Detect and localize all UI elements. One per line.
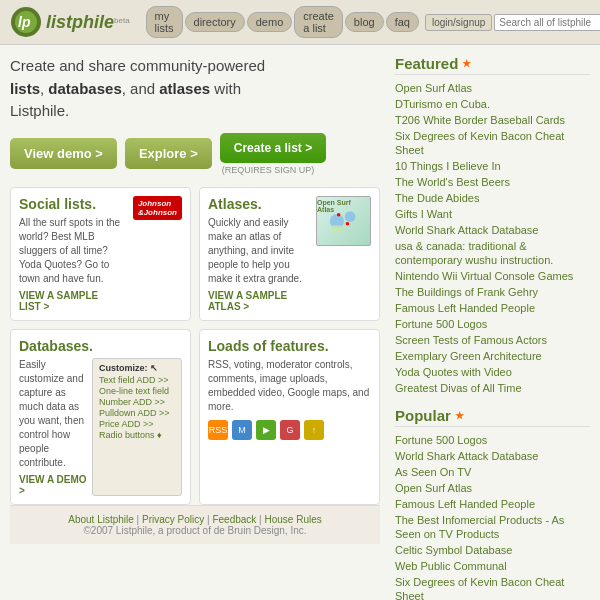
popular-item-1: Fortune 500 Logos bbox=[395, 433, 590, 447]
cta-buttons: View demo > Explore > Create a list > (R… bbox=[10, 133, 380, 175]
featured-item-1: Open Surf Atlas bbox=[395, 81, 590, 95]
loads-desc: RSS, voting, moderator controls, comment… bbox=[208, 358, 371, 414]
nav-create-list[interactable]: create a list bbox=[294, 6, 343, 38]
hero-tagline: Create and share community-powered lists… bbox=[10, 55, 380, 123]
featured-item-4: Six Degrees of Kevin Bacon Cheat Sheet bbox=[395, 129, 590, 157]
requires-signup-label: (REQUIRES SIGN UP) bbox=[222, 165, 315, 175]
db-inner: Easily customize and capture as much dat… bbox=[19, 358, 182, 496]
featured-item-6: The World's Best Beers bbox=[395, 175, 590, 189]
customize-item-1: Text field ADD >> bbox=[99, 375, 175, 385]
popular-item-2: World Shark Attack Database bbox=[395, 449, 590, 463]
social-desc: All the surf spots in the world? Best ML… bbox=[19, 216, 121, 286]
view-demo-button[interactable]: View demo > bbox=[10, 138, 117, 169]
featured-item-12: The Buildings of Frank Gehry bbox=[395, 285, 590, 299]
featured-item-11: Nintendo Wii Virtual Console Games bbox=[395, 269, 590, 283]
right-column: Featured ★ Open Surf Atlas DTurismo en C… bbox=[390, 45, 600, 600]
loads-title: Loads of features. bbox=[208, 338, 371, 354]
video-icon: ▶ bbox=[256, 420, 276, 440]
featured-item-10: usa & canada: traditional & contemporary… bbox=[395, 239, 590, 267]
hero-section: Create and share community-powered lists… bbox=[10, 55, 380, 175]
loads-features-box: Loads of features. RSS, voting, moderato… bbox=[199, 329, 380, 505]
search-area: login/signup Go bbox=[425, 14, 600, 31]
house-rules-link[interactable]: House Rules bbox=[264, 514, 321, 525]
about-link[interactable]: About Listphile bbox=[68, 514, 134, 525]
popular-item-8: Web Public Communal bbox=[395, 559, 590, 573]
featured-item-5: 10 Things I Believe In bbox=[395, 159, 590, 173]
databases-link[interactable]: VIEW A DEMO > bbox=[19, 474, 88, 496]
databases-desc: Easily customize and capture as much dat… bbox=[19, 358, 88, 470]
footer: About Listphile | Privacy Policy | Feedb… bbox=[10, 505, 380, 544]
upload-icon: ↑ bbox=[304, 420, 324, 440]
popular-item-5: Famous Left Handed People bbox=[395, 497, 590, 511]
svg-rect-5 bbox=[333, 225, 342, 232]
left-column: Create and share community-powered lists… bbox=[0, 45, 390, 600]
social-thumbnail: Johnson&Johnson bbox=[133, 196, 182, 220]
svg-text:lp: lp bbox=[18, 14, 31, 30]
atlases-title: Atlases. bbox=[208, 196, 312, 212]
customize-item-3: Number ADD >> bbox=[99, 397, 175, 407]
popular-rss-icon: ★ bbox=[455, 410, 464, 421]
nav-demo[interactable]: demo bbox=[247, 12, 293, 32]
atlases-link[interactable]: VIEW A SAMPLE ATLAS > bbox=[208, 290, 312, 312]
features-icons: RSS M ▶ G ↑ bbox=[208, 420, 371, 440]
social-title: Social lists. bbox=[19, 196, 121, 212]
customize-item-2: One-line text field bbox=[99, 386, 175, 396]
feedback-link[interactable]: Feedback bbox=[212, 514, 256, 525]
logo-area: lp listphilebeta bbox=[10, 6, 130, 38]
featured-item-13: Famous Left Handed People bbox=[395, 301, 590, 315]
feature-boxes: Social lists. All the surf spots in the … bbox=[10, 187, 380, 321]
atlases-box: Atlases. Quickly and easily make an atla… bbox=[199, 187, 380, 321]
search-input[interactable] bbox=[494, 14, 600, 31]
featured-item-8: Gifts I Want bbox=[395, 207, 590, 221]
social-lists-box: Social lists. All the surf spots in the … bbox=[10, 187, 191, 321]
atlases-desc: Quickly and easily make an atlas of anyt… bbox=[208, 216, 312, 286]
featured-item-17: Yoda Quotes with Video bbox=[395, 365, 590, 379]
featured-item-9: World Shark Attack Database bbox=[395, 223, 590, 237]
featured-item-2: DTurismo en Cuba. bbox=[395, 97, 590, 111]
create-list-button[interactable]: Create a list > bbox=[220, 133, 326, 163]
featured-item-15: Screen Tests of Famous Actors bbox=[395, 333, 590, 347]
popular-item-9: Six Degrees of Kevin Bacon Cheat Sheet bbox=[395, 575, 590, 600]
explore-button[interactable]: Explore > bbox=[125, 138, 212, 169]
logo-icon: lp bbox=[10, 6, 42, 38]
header: lp listphilebeta my lists directory demo… bbox=[0, 0, 600, 45]
popular-item-6: The Best Infomercial Products - As Seen … bbox=[395, 513, 590, 541]
copyright: ©2007 Listphile, a product of de Bruin D… bbox=[18, 525, 372, 536]
databases-title: Databases. bbox=[19, 338, 182, 354]
popular-item-4: Open Surf Atlas bbox=[395, 481, 590, 495]
rss-icon: RSS bbox=[208, 420, 228, 440]
featured-item-14: Fortune 500 Logos bbox=[395, 317, 590, 331]
social-link[interactable]: VIEW A SAMPLE LIST > bbox=[19, 290, 121, 312]
databases-box: Databases. Easily customize and capture … bbox=[10, 329, 191, 505]
featured-item-16: Exemplary Green Architecture bbox=[395, 349, 590, 363]
customize-item-5: Price ADD >> bbox=[99, 419, 175, 429]
nav-directory[interactable]: directory bbox=[185, 12, 245, 32]
popular-heading: Popular ★ bbox=[395, 407, 590, 427]
popular-item-3: As Seen On TV bbox=[395, 465, 590, 479]
svg-point-7 bbox=[346, 221, 350, 225]
db-text: Easily customize and capture as much dat… bbox=[19, 358, 88, 496]
featured-item-3: T206 White Border Baseball Cards bbox=[395, 113, 590, 127]
main: Create and share community-powered lists… bbox=[0, 45, 600, 600]
featured-item-18: Greatest Divas of All Time bbox=[395, 381, 590, 395]
popular-item-7: Celtic Symbol Database bbox=[395, 543, 590, 557]
logo-text: listphilebeta bbox=[46, 12, 130, 33]
featured-item-7: The Dude Abides bbox=[395, 191, 590, 205]
svg-point-6 bbox=[337, 213, 341, 217]
maps-icon: G bbox=[280, 420, 300, 440]
featured-rss-icon: ★ bbox=[462, 58, 471, 69]
privacy-link[interactable]: Privacy Policy bbox=[142, 514, 204, 525]
customize-item-4: Pulldown ADD >> bbox=[99, 408, 175, 418]
customize-item-6: Radio buttons ♦ bbox=[99, 430, 175, 440]
moderator-icon: M bbox=[232, 420, 252, 440]
featured-heading: Featured ★ bbox=[395, 55, 590, 75]
nav-my-lists[interactable]: my lists bbox=[146, 6, 183, 38]
login-button[interactable]: login/signup bbox=[425, 14, 492, 31]
popular-list: Fortune 500 Logos World Shark Attack Dat… bbox=[395, 433, 590, 600]
customize-box: Customize: ↖ Text field ADD >> One-line … bbox=[92, 358, 182, 496]
customize-title: Customize: ↖ bbox=[99, 363, 175, 373]
nav-faq[interactable]: faq bbox=[386, 12, 419, 32]
nav-blog[interactable]: blog bbox=[345, 12, 384, 32]
nav: my lists directory demo create a list bl… bbox=[146, 6, 419, 38]
featured-list: Open Surf Atlas DTurismo en Cuba. T206 W… bbox=[395, 81, 590, 395]
